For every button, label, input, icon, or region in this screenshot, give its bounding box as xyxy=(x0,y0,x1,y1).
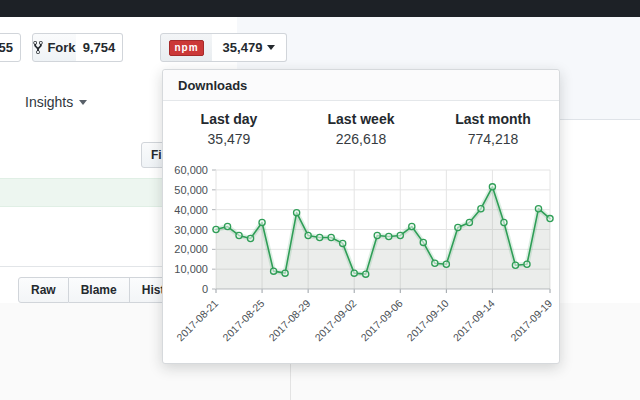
blame-button[interactable]: Blame xyxy=(69,277,130,303)
stat-last-week: Last week 226,618 xyxy=(295,111,427,147)
stat-value: 35,479 xyxy=(163,131,295,147)
tab-insights[interactable]: Insights xyxy=(25,92,87,112)
npm-count-label: 35,479 xyxy=(223,40,263,55)
data-point-marker xyxy=(524,261,530,267)
data-point-marker xyxy=(374,232,380,238)
stat-value: 774,218 xyxy=(427,131,559,147)
y-tick-label: 10,000 xyxy=(174,263,208,275)
data-point-marker xyxy=(270,268,276,274)
fork-button[interactable]: Fork xyxy=(32,33,77,62)
data-point-marker xyxy=(512,262,518,268)
fork-button-label: Fork xyxy=(47,40,75,55)
data-point-marker xyxy=(236,232,242,238)
y-tick-label: 20,000 xyxy=(174,243,208,255)
find-file-label: Fi xyxy=(151,148,162,162)
background-table-divider xyxy=(290,364,291,400)
y-tick-label: 60,000 xyxy=(174,164,208,176)
y-tick-label: 40,000 xyxy=(174,204,208,216)
insights-label: Insights xyxy=(25,94,73,110)
data-point-marker xyxy=(478,206,484,212)
data-point-marker xyxy=(213,226,219,232)
data-point-marker xyxy=(443,261,449,267)
y-tick-label: 50,000 xyxy=(174,184,208,196)
data-point-marker xyxy=(363,271,369,277)
stat-label: Last month xyxy=(427,111,559,127)
watch-count-button[interactable]: 55 xyxy=(0,33,21,62)
stat-label: Last week xyxy=(295,111,427,127)
x-tick-label: 2017-09-02 xyxy=(312,297,359,344)
data-point-marker xyxy=(317,234,323,240)
chart-container: 010,00020,00030,00040,00050,00060,000201… xyxy=(163,150,561,365)
data-point-marker xyxy=(466,219,472,225)
fork-count-label: 9,754 xyxy=(83,40,116,55)
data-point-marker xyxy=(340,240,346,246)
data-point-marker xyxy=(328,234,334,240)
data-point-marker xyxy=(432,260,438,266)
popup-title-label: Downloads xyxy=(178,78,247,93)
downloads-chart: 010,00020,00030,00040,00050,00060,000201… xyxy=(163,150,561,365)
chevron-down-icon xyxy=(267,45,275,50)
fork-count-button[interactable]: 9,754 xyxy=(76,33,123,62)
data-point-marker xyxy=(489,184,495,190)
fork-icon xyxy=(33,40,43,55)
x-tick-label: 2017-08-21 xyxy=(174,297,221,344)
y-tick-label: 0 xyxy=(202,283,208,295)
data-point-marker xyxy=(224,223,230,229)
data-point-marker xyxy=(247,235,253,241)
download-stats: Last day 35,479 Last week 226,618 Last m… xyxy=(163,111,559,147)
data-point-marker xyxy=(282,270,288,276)
x-tick-label: 2017-09-06 xyxy=(358,297,405,344)
data-point-marker xyxy=(397,232,403,238)
x-tick-label: 2017-09-14 xyxy=(450,297,497,344)
data-point-marker xyxy=(386,233,392,239)
npm-logo-icon: npm xyxy=(169,40,203,56)
data-point-marker xyxy=(501,219,507,225)
stat-value: 226,618 xyxy=(295,131,427,147)
data-point-marker xyxy=(455,224,461,230)
stat-label: Last day xyxy=(163,111,295,127)
chevron-down-icon xyxy=(79,100,87,105)
x-tick-label: 2017-08-25 xyxy=(220,297,267,344)
watch-count-label: 55 xyxy=(0,40,13,55)
data-point-marker xyxy=(547,215,553,221)
file-box-border xyxy=(0,266,175,267)
npm-downloads-count-button[interactable]: 35,479 xyxy=(212,33,287,62)
data-point-marker xyxy=(259,219,265,225)
top-navbar xyxy=(0,0,640,17)
data-point-marker xyxy=(409,223,415,229)
raw-button[interactable]: Raw xyxy=(18,277,69,303)
popup-title: Downloads xyxy=(163,70,559,101)
stat-last-month: Last month 774,218 xyxy=(427,111,559,147)
data-point-marker xyxy=(420,239,426,245)
data-point-marker xyxy=(535,206,541,212)
y-tick-label: 30,000 xyxy=(174,224,208,236)
downloads-popup: Downloads Last day 35,479 Last week 226,… xyxy=(162,69,560,364)
blame-label: Blame xyxy=(81,283,117,297)
raw-label: Raw xyxy=(31,283,56,297)
stat-last-day: Last day 35,479 xyxy=(163,111,295,147)
x-tick-label: 2017-09-10 xyxy=(404,297,451,344)
x-tick-label: 2017-08-29 xyxy=(266,297,313,344)
npm-extension-button[interactable]: npm xyxy=(160,33,213,62)
data-point-marker xyxy=(351,270,357,276)
x-tick-label: 2017-09-19 xyxy=(508,297,555,344)
data-point-marker xyxy=(305,232,311,238)
branch-info-bar xyxy=(0,178,175,207)
data-point-marker xyxy=(294,210,300,216)
